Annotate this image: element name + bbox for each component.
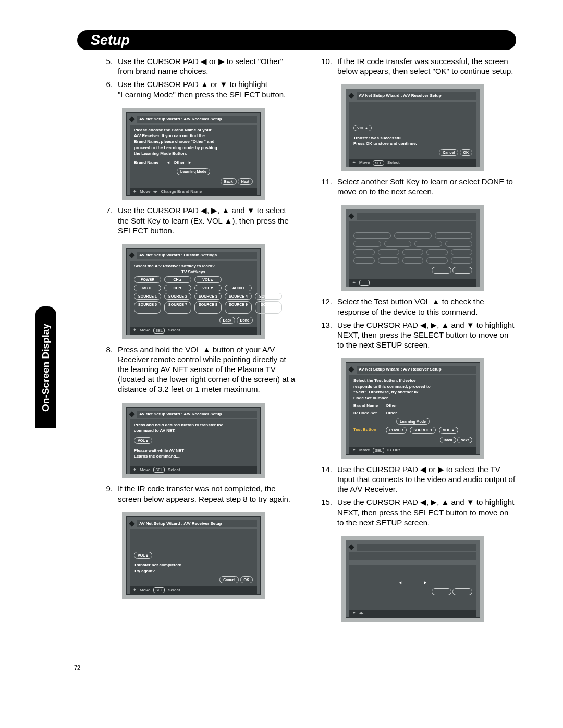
done-button[interactable]: Done	[237, 317, 253, 324]
section-header-label: Setup	[91, 32, 130, 48]
content-columns: 5.Use the CURSOR PAD ◀ or ▶ to select "O…	[93, 56, 516, 627]
step-7: 7.Use the CURSOR PAD ◀, ▶, ▲ and ▼ to se…	[93, 205, 297, 236]
page-number: 72	[74, 664, 80, 671]
softkey-vol-up[interactable]: VOL▲	[194, 276, 222, 283]
left-column: 5.Use the CURSOR PAD ◀ or ▶ to select "O…	[93, 56, 297, 627]
vol-up-indicator: VOL▲	[134, 552, 152, 559]
back-button[interactable]: Back	[221, 178, 237, 185]
test-power-button[interactable]: POWER	[386, 427, 407, 434]
osd-gem-icon	[348, 367, 354, 373]
step-11: 11.Select another Soft Key to learn or s…	[312, 177, 516, 196]
step-9: 9.If the IR code transfer was not comple…	[93, 484, 297, 503]
osd-softkey-blank: ✦	[341, 205, 484, 291]
softkey-source10[interactable]: SOURCE 10	[255, 301, 282, 314]
osd-gem-icon	[129, 252, 134, 258]
osd-transfer-failed: AV Net Setup Wizard : A/V Receiver Setup…	[122, 512, 265, 599]
softkey-mute[interactable]: MUTE	[134, 285, 161, 291]
softkey-vol-down[interactable]: VOL▼	[194, 285, 222, 291]
softkey-ch-up[interactable]: CH▲	[164, 276, 191, 283]
softkey-source2[interactable]: SOURCE 2	[164, 293, 191, 300]
softkey-power[interactable]: POWER	[134, 276, 161, 283]
osd-title: AV Net Setup Wizard : A/V Receiver Setup	[357, 92, 476, 100]
side-tab-label: On-Screen Display	[40, 324, 52, 412]
learning-mode-button[interactable]: Learning Mode	[177, 168, 210, 175]
osd-gem-icon	[129, 521, 134, 526]
osd-gem-icon	[348, 544, 354, 550]
osd-title	[357, 544, 476, 551]
step-14: 14.Use the CURSOR PAD ◀ or ▶ to select t…	[312, 464, 516, 495]
step-13: 13.Use the CURSOR PAD ◀, ▶, ▲ and ▼ to h…	[312, 320, 516, 350]
right-arrow-icon[interactable]	[189, 161, 191, 164]
left-arrow-icon[interactable]	[399, 581, 401, 584]
osd-title: AV Net Setup Wizard : A/V Receiver Setup	[137, 520, 257, 527]
softkey-source6[interactable]: SOURCE 6	[134, 301, 161, 314]
ok-button[interactable]: OK	[460, 149, 473, 156]
next-button[interactable]: Next	[457, 437, 472, 443]
osd-title	[357, 213, 476, 220]
cancel-button[interactable]: Cancel	[219, 576, 239, 583]
osd-brand-select: AV Net Setup Wizard : A/V Receiver Setup…	[122, 108, 265, 201]
softkey-ch-down[interactable]: CH▼	[164, 285, 191, 291]
learning-mode-button[interactable]: Learning Mode	[396, 418, 430, 425]
softkey-source5[interactable]: SOURCE 5	[255, 293, 282, 300]
softkey-source3[interactable]: SOURCE 3	[194, 293, 222, 300]
vol-up-indicator: VOL▲	[134, 437, 152, 444]
softkey-audio[interactable]: AUDIO	[225, 285, 252, 291]
side-tab: On-Screen Display	[35, 306, 56, 428]
vol-up-indicator: VOL▲	[353, 125, 372, 131]
test-source1-button[interactable]: SOURCE 1	[410, 427, 436, 434]
osd-title: AV Net Setup Wizard : Custom Settings	[137, 252, 257, 259]
osd-gem-icon	[129, 411, 134, 417]
step-15: 15.Use the CURSOR PAD ◀, ▶, ▲ and ▼ to h…	[312, 497, 516, 527]
osd-gem-icon	[129, 116, 134, 122]
step-12: 12.Select the Test button VOL ▲ to check…	[312, 297, 516, 316]
softkey-source9[interactable]: SOURCE 9	[225, 301, 252, 314]
softkey-source7[interactable]: SOURCE 7	[164, 301, 191, 314]
section-header: Setup	[77, 30, 516, 50]
osd-tv-input-blank: ✦◂▸	[341, 536, 484, 622]
softkey-source4[interactable]: SOURCE 4	[225, 293, 252, 300]
osd-gem-icon	[348, 93, 354, 99]
step-8: 8.Press and hold the VOL ▲ button of you…	[93, 344, 297, 394]
osd-softkey-select: AV Net Setup Wizard : Custom Settings Se…	[122, 244, 265, 339]
osd-gem-icon	[348, 214, 354, 219]
cancel-button[interactable]: Cancel	[439, 149, 458, 156]
back-button[interactable]: Back	[440, 437, 456, 443]
softkey-source1[interactable]: SOURCE 1	[134, 293, 161, 300]
ok-button[interactable]: OK	[240, 576, 253, 583]
left-arrow-icon[interactable]	[167, 161, 169, 164]
osd-transfer-success: AV Net Setup Wizard : A/V Receiver Setup…	[341, 84, 484, 171]
osd-title: AV Net Setup Wizard : A/V Receiver Setup	[137, 411, 257, 418]
right-column: 10.If the IR code transfer was successfu…	[312, 56, 516, 627]
back-button[interactable]: Back	[219, 317, 236, 324]
test-volup-button[interactable]: VOL ▲	[439, 427, 458, 434]
right-arrow-icon[interactable]	[424, 581, 426, 584]
step-6: 6.Use the CURSOR PAD ▲ or ▼ to highlight…	[93, 79, 297, 99]
step-10: 10.If the IR code transfer was successfu…	[312, 56, 516, 76]
next-button[interactable]: Next	[238, 178, 253, 185]
softkey-source8[interactable]: SOURCE 8	[194, 301, 222, 314]
osd-title: AV Net Setup Wizard : A/V Receiver Setup	[137, 116, 257, 123]
osd-learning-wait: AV Net Setup Wizard : A/V Receiver Setup…	[122, 403, 265, 479]
step-5: 5.Use the CURSOR PAD ◀ or ▶ to select "O…	[93, 56, 297, 76]
osd-title: AV Net Setup Wizard : A/V Receiver Setup	[357, 366, 476, 373]
osd-test-button: AV Net Setup Wizard : A/V Receiver Setup…	[341, 358, 484, 459]
